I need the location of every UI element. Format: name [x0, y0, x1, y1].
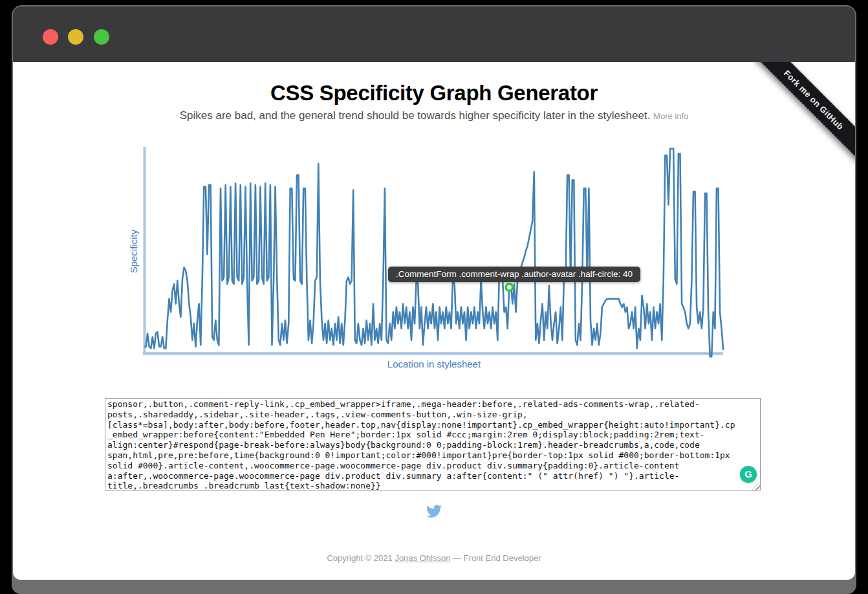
page-content: Fork me on GitHub CSS Specificity Graph … [13, 62, 855, 580]
grammarly-icon[interactable]: G [740, 466, 757, 483]
twitter-icon[interactable] [425, 503, 443, 519]
app-window: Fork me on GitHub CSS Specificity Graph … [12, 5, 856, 594]
copyright-text: Copyright © 2021 Jonas Ohlsson — Front E… [13, 553, 855, 563]
css-input-textarea[interactable]: sponsor,.button,.comment-reply-link,.cp_… [105, 398, 761, 490]
copyright-prefix: Copyright © 2021 [327, 553, 395, 563]
minimize-button[interactable] [68, 29, 83, 45]
close-button[interactable] [43, 29, 58, 45]
author-link[interactable]: Jonas Ohlsson [395, 553, 450, 563]
window-titlebar[interactable] [13, 6, 855, 62]
y-axis-label: Specificity [128, 213, 139, 291]
maximize-button[interactable] [94, 29, 109, 45]
copyright-suffix: — Front End Developer [450, 553, 541, 563]
x-axis-label: Location in stylesheet [13, 358, 855, 369]
specificity-chart[interactable] [13, 62, 855, 386]
chart-tooltip: .CommentForm .comment-wrap .author-avata… [388, 267, 640, 282]
